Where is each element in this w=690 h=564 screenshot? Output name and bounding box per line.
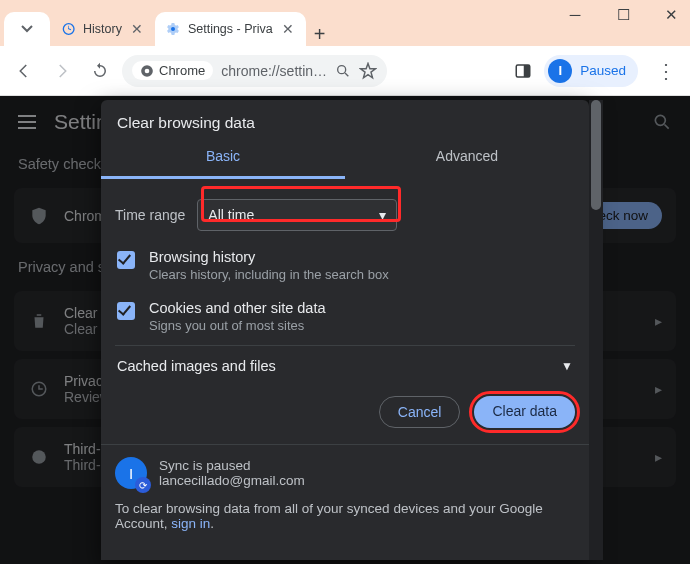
select-value: All time: [208, 207, 254, 223]
forward-button[interactable]: [46, 55, 78, 87]
clear-browsing-data-dialog: Clear browsing data Basic Advanced Time …: [101, 100, 589, 560]
option-subtitle: Signs you out of most sites: [149, 318, 326, 333]
minimize-button[interactable]: ─: [562, 6, 588, 24]
tab-title: Settings - Priva: [188, 22, 273, 36]
reload-button[interactable]: [84, 55, 116, 87]
paused-label: Paused: [580, 63, 626, 78]
option-title: Browsing history: [149, 249, 389, 265]
dialog-scrim: Clear browsing data Basic Advanced Time …: [0, 96, 690, 564]
close-window-button[interactable]: ✕: [658, 6, 684, 24]
dialog-actions: Cancel Clear data: [101, 384, 589, 444]
scrollbar[interactable]: [589, 100, 603, 560]
dropdown-arrow-icon: ▾: [379, 207, 386, 223]
svg-point-3: [338, 65, 346, 73]
option-cookies[interactable]: Cookies and other site data Signs you ou…: [115, 290, 575, 341]
star-icon[interactable]: [359, 62, 377, 80]
chrome-icon: [140, 64, 154, 78]
tab-history[interactable]: History ✕: [50, 12, 155, 46]
dialog-tabs: Basic Advanced: [101, 138, 589, 179]
dialog-title: Clear browsing data: [101, 100, 589, 138]
close-icon[interactable]: ✕: [129, 21, 145, 37]
maximize-button[interactable]: ☐: [610, 6, 636, 24]
cancel-button[interactable]: Cancel: [379, 396, 461, 428]
url-text: chrome://settin…: [221, 63, 327, 79]
browser-tabstrip: History ✕ Settings - Priva ✕ + ─ ☐ ✕: [0, 0, 690, 46]
menu-button[interactable]: ⋮: [650, 59, 682, 83]
checkbox-checked[interactable]: [117, 251, 135, 269]
avatar: I⟳: [115, 457, 147, 489]
side-panel-icon[interactable]: [514, 62, 532, 80]
tab-basic[interactable]: Basic: [101, 138, 345, 179]
sync-email: lancecillado@gmail.com: [159, 473, 305, 488]
option-subtitle: Clears history, including in the search …: [149, 267, 389, 282]
option-cached-collapsed[interactable]: Cached images and files ▼: [115, 350, 575, 380]
chevron-down-icon: ▼: [561, 359, 573, 373]
option-title: Cookies and other site data: [149, 300, 326, 316]
close-icon[interactable]: ✕: [280, 21, 296, 37]
dialog-body: Time range All time ▾ Browsing history C…: [101, 179, 589, 384]
history-icon: [60, 21, 76, 37]
svg-point-2: [145, 68, 150, 73]
tab-title: History: [83, 22, 122, 36]
time-range-label: Time range: [115, 207, 185, 223]
sync-status: Sync is paused: [159, 458, 305, 473]
option-title: Cached images and files: [117, 358, 276, 374]
new-tab-button[interactable]: +: [306, 23, 334, 46]
sync-badge-icon: ⟳: [135, 477, 151, 493]
clear-data-button[interactable]: Clear data: [474, 396, 575, 428]
sign-in-link[interactable]: sign in: [171, 516, 210, 531]
chevron-down-icon: [21, 25, 33, 33]
divider: [115, 345, 575, 346]
dialog-footer: I⟳ Sync is paused lancecillado@gmail.com…: [101, 444, 589, 531]
address-bar[interactable]: Chrome chrome://settin…: [122, 55, 387, 87]
avatar-icon: I: [548, 59, 572, 83]
browser-toolbar: Chrome chrome://settin… I Paused ⋮: [0, 46, 690, 96]
time-range-select[interactable]: All time ▾: [197, 199, 397, 231]
svg-rect-5: [524, 65, 530, 77]
gear-icon: [165, 21, 181, 37]
back-button[interactable]: [8, 55, 40, 87]
window-controls: ─ ☐ ✕: [562, 6, 684, 24]
option-browsing-history[interactable]: Browsing history Clears history, includi…: [115, 239, 575, 290]
footer-text: To clear browsing data from all of your …: [115, 501, 575, 531]
tab-search-button[interactable]: [4, 12, 50, 46]
tab-settings[interactable]: Settings - Priva ✕: [155, 12, 306, 46]
checkbox-checked[interactable]: [117, 302, 135, 320]
tab-advanced[interactable]: Advanced: [345, 138, 589, 179]
profile-paused-chip[interactable]: I Paused: [544, 55, 638, 87]
site-chip-label: Chrome: [159, 63, 205, 78]
site-chip: Chrome: [132, 61, 213, 80]
zoom-icon[interactable]: [335, 63, 351, 79]
